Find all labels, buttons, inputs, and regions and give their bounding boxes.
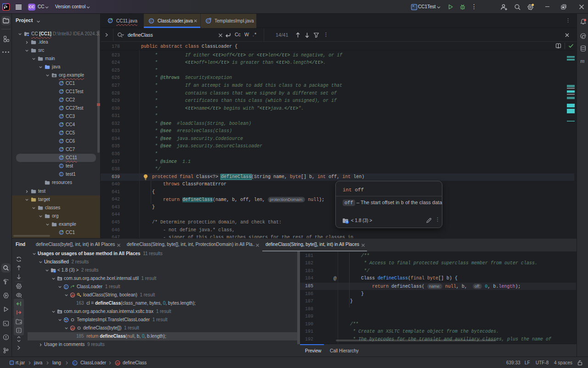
svg-text:m: m [71, 293, 74, 297]
svg-text:m: m [116, 361, 119, 365]
svg-text:C: C [65, 285, 67, 289]
svg-text:m: m [71, 326, 74, 330]
svg-text:C: C [207, 19, 210, 23]
svg-text:C: C [74, 361, 76, 365]
svg-text:C: C [60, 164, 62, 167]
svg-text:C: C [150, 19, 153, 23]
svg-text:C: C [60, 173, 62, 176]
